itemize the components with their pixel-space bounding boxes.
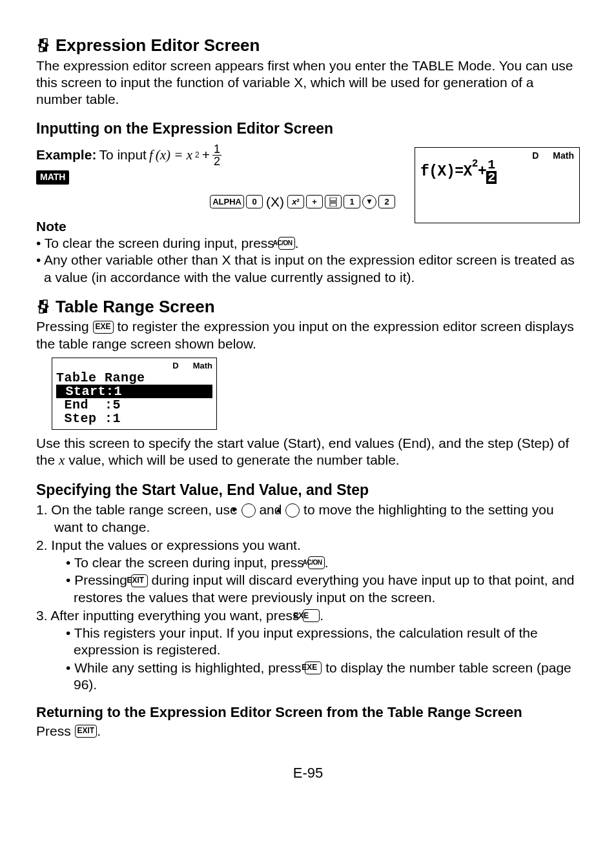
svg-rect-8 — [330, 203, 336, 207]
lcd-status-math: Math — [193, 361, 212, 371]
svg-rect-6 — [330, 197, 336, 201]
section-icon — [36, 299, 50, 314]
press-exit: Press EXIT. — [36, 723, 580, 740]
lcd-line-1: Table Range — [56, 371, 212, 385]
list-item-2: 2. Input the values or expressions you w… — [36, 537, 580, 554]
key-sequence: ALPHA 0 (X) x² + 1 ▼ 2 — [210, 194, 395, 210]
section-intro: The expression editor screen appears fir… — [36, 57, 580, 108]
x-italic: x — [59, 452, 65, 468]
expr-plus: + — [202, 146, 210, 163]
key-alpha: ALPHA — [210, 195, 244, 208]
subheading: Returning to the Expression Editor Scree… — [36, 703, 580, 722]
key-down: ▼ — [241, 503, 256, 518]
lcd-line-2-selected: Start:1 — [56, 385, 212, 398]
expr-sup: 2 — [195, 150, 200, 160]
list-sub-bullet: To clear the screen during input, press … — [36, 554, 580, 571]
key-1: 1 — [344, 195, 360, 208]
note-bullet-1: To clear the screen during input, press … — [36, 235, 580, 252]
key-exit: EXIT — [75, 725, 98, 738]
subheading: Inputting on the Expression Editor Scree… — [36, 119, 580, 138]
example-text: To input — [99, 146, 147, 163]
expr-frac: 12 — [212, 143, 221, 167]
key-2: 2 — [378, 195, 395, 208]
expr-paren: (x) = x — [156, 146, 192, 163]
list-sub-bullet: While any setting is highlighted, press … — [36, 660, 580, 694]
note-bullet-2: Any other variable other than X that is … — [36, 252, 580, 286]
example-label: Example: — [36, 146, 96, 163]
lcd-line1: f(X)=X — [420, 163, 472, 181]
calculator-lcd-1: D Math f(X)=X2+ 1 2 — [415, 147, 580, 223]
section-heading: Expression Editor Screen — [36, 35, 580, 56]
lcd-line-3: End :5 — [56, 398, 212, 412]
key-x2: x² — [287, 195, 304, 208]
page-number: E-95 — [36, 764, 580, 782]
key-exit: EXIT — [131, 574, 148, 587]
section-post: Use this screen to specify the start val… — [36, 435, 580, 469]
key-exe: EXE — [305, 661, 322, 674]
key-ac: AC/ON — [278, 237, 295, 250]
math-badge: MATH — [36, 170, 69, 185]
key-0: 0 — [246, 195, 263, 208]
list-item-1: 1. On the table range screen, use ▼ and … — [36, 501, 580, 536]
lcd-plus: + — [478, 163, 486, 181]
section-title: Table Range Screen — [56, 296, 215, 318]
section-icon — [36, 37, 50, 53]
key-up: ▲ — [285, 503, 300, 518]
section-intro: Pressing EXE to register the expression … — [36, 318, 580, 352]
key-exe: EXE — [303, 609, 320, 622]
lcd-status-d: D — [532, 150, 539, 162]
key-exe: EXE — [93, 321, 114, 334]
numbered-list: 1. On the table range screen, use ▼ and … — [36, 501, 580, 693]
calculator-lcd-2: D Math Table Range Start:1 End :5 Step :… — [52, 358, 217, 430]
list-item-3: 3. After inputting everything you want, … — [36, 607, 580, 624]
lcd-frac: 1 2 — [486, 159, 497, 184]
lcd-status-math: Math — [553, 150, 574, 162]
lcd-sup: 2 — [472, 157, 478, 170]
key-plus: + — [306, 195, 323, 208]
subheading: Specifying the Start Value, End Value, a… — [36, 481, 580, 500]
list-sub-bullet: Pressing EXIT during input will discard … — [36, 572, 580, 606]
key-paren-x: (X) — [265, 194, 285, 210]
key-frac — [325, 195, 342, 208]
section-heading: Table Range Screen — [36, 296, 580, 318]
section-title: Expression Editor Screen — [56, 35, 260, 56]
expr-f: f — [149, 146, 153, 163]
key-down: ▼ — [362, 195, 376, 209]
lcd-line-4: Step :1 — [56, 412, 212, 425]
lcd-status-d: D — [172, 361, 178, 371]
key-ac: AC/ON — [308, 556, 325, 569]
list-sub-bullet: This registers your input. If you input … — [36, 625, 580, 659]
